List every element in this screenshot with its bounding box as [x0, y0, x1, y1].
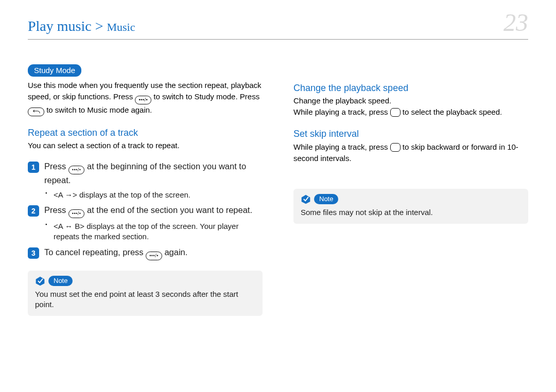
- change-speed-intro: Change the playback speed.: [293, 96, 528, 106]
- note-header: Note: [35, 276, 255, 286]
- step-body: Press •••/• at the end of the section yo…: [44, 204, 263, 242]
- svg-marker-1: [302, 195, 310, 204]
- step-number-2: 2: [28, 205, 39, 217]
- text: again.: [164, 247, 187, 257]
- step-1-sub: <A →> displays at the top of the screen.: [54, 190, 263, 200]
- text: at the end of the section you want to re…: [87, 205, 252, 215]
- return-button-icon: [28, 108, 44, 116]
- note-header: Note: [301, 194, 521, 204]
- step-3-text: To cancel repeating, press •••/• again.: [44, 246, 263, 260]
- step-2: 2 Press •••/• at the end of the section …: [28, 204, 263, 242]
- note-check-icon: [301, 194, 311, 204]
- step-1-text: Press •••/• at the beginning of the sect…: [44, 161, 263, 187]
- button-icon: [390, 143, 401, 152]
- study-mode-badge: Study Mode: [28, 64, 81, 77]
- breadcrumb: Play music > Music: [28, 18, 135, 34]
- ab-button-icon: •••/•: [135, 96, 151, 104]
- step-body: To cancel repeating, press •••/• again.: [44, 246, 263, 260]
- text: to select the playback speed.: [403, 108, 502, 116]
- text: to switch to Study mode. Press: [153, 92, 259, 101]
- breadcrumb-main: Play music: [28, 18, 92, 34]
- note-label: Note: [314, 194, 338, 204]
- note-check-icon: [35, 276, 45, 286]
- note-box-right: Note Some files may not skip at the inte…: [293, 189, 528, 224]
- ab-button-icon: •••/•: [146, 252, 162, 260]
- ab-button-icon: •••/•: [68, 166, 85, 174]
- right-column: Change the playback speed Change the pla…: [293, 64, 528, 316]
- text: Press: [44, 162, 68, 171]
- button-icon: [390, 108, 401, 117]
- text: To cancel repeating, press: [44, 247, 146, 257]
- note-text: You must set the end point at least 3 se…: [35, 289, 255, 310]
- content-columns: Study Mode Use this mode when you freque…: [28, 64, 528, 316]
- svg-marker-0: [36, 276, 45, 286]
- repeat-intro: You can select a section of a track to r…: [28, 140, 263, 151]
- steps-list: 1 Press •••/• at the beginning of the se…: [28, 161, 263, 260]
- change-speed-text: While playing a track, press to select t…: [293, 106, 528, 118]
- step-body: Press •••/• at the beginning of the sect…: [44, 161, 263, 200]
- breadcrumb-sub: Music: [107, 21, 135, 33]
- ab-button-icon: •••/•: [68, 209, 85, 218]
- page-number: 23: [503, 10, 528, 35]
- page-header: Play music > Music 23: [28, 0, 528, 40]
- text: While playing a track, press: [293, 108, 390, 116]
- change-speed-heading: Change the playback speed: [293, 83, 528, 94]
- text: While playing a track, press: [293, 142, 390, 151]
- page: Play music > Music 23 Study Mode Use thi…: [0, 0, 556, 392]
- skip-interval-text: While playing a track, press to skip bac…: [293, 141, 528, 164]
- step-1: 1 Press •••/• at the beginning of the se…: [28, 161, 263, 200]
- breadcrumb-sep: >: [92, 18, 107, 34]
- text: to switch to Music mode again.: [46, 105, 152, 114]
- step-number-3: 3: [28, 247, 39, 259]
- step-3: 3 To cancel repeating, press •••/• again…: [28, 246, 263, 260]
- note-text: Some files may not skip at the interval.: [301, 207, 521, 218]
- step-number-1: 1: [28, 162, 39, 173]
- text: Press: [44, 205, 68, 215]
- step-2-sub: <A ↔ B> displays at the top of the scree…: [54, 221, 263, 242]
- note-label: Note: [48, 276, 73, 286]
- note-box-left: Note You must set the end point at least…: [28, 271, 263, 316]
- skip-interval-heading: Set skip interval: [293, 129, 528, 139]
- step-2-text: Press •••/• at the end of the section yo…: [44, 204, 263, 218]
- repeat-section-heading: Repeat a section of a track: [28, 128, 263, 138]
- study-mode-description: Use this mode when you frequently use th…: [28, 80, 263, 116]
- left-column: Study Mode Use this mode when you freque…: [28, 64, 263, 316]
